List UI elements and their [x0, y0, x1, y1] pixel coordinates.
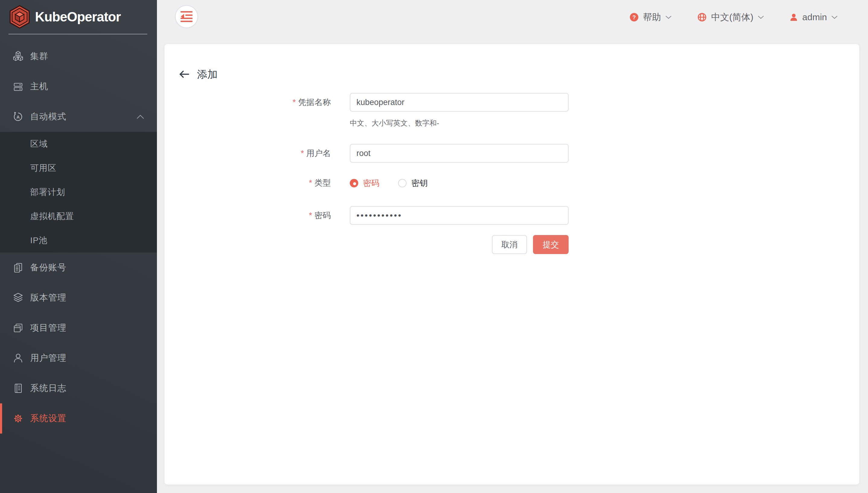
chevron-up-icon [136, 115, 144, 119]
sidebar-item-label: 系统设置 [30, 412, 66, 425]
language-label: 中文(简体) [711, 11, 753, 24]
sidebar-item-label: 用户管理 [30, 352, 66, 364]
required-asterisk: * [293, 98, 296, 107]
sidebar-item-clusters[interactable]: 集群 [0, 41, 157, 71]
username-label: *用户名 [301, 144, 331, 163]
password-label: *密码 [309, 206, 331, 225]
sidebar-item-label: 备份账号 [30, 262, 66, 274]
sidebar-subitem-vm-config[interactable]: 虚拟机配置 [0, 204, 157, 229]
sidebar-subitem-deploy-plan[interactable]: 部署计划 [0, 180, 157, 204]
sidebar-item-label: 项目管理 [30, 322, 66, 334]
submit-button[interactable]: 提交 [533, 235, 569, 254]
topbar-right: ? 帮助 中文(简体) admin [630, 0, 838, 35]
project-icon [12, 322, 24, 334]
svg-text:?: ? [633, 15, 636, 21]
help-label: 帮助 [643, 11, 661, 24]
chevron-down-icon [665, 15, 672, 19]
sidebar-item-user-management[interactable]: 用户管理 [0, 343, 157, 373]
radio-password[interactable]: 密码 [350, 178, 379, 189]
sidebar-subitem-ip-pool[interactable]: IP池 [0, 229, 157, 253]
credential-name-hint: 中文、大小写英文、数字和- [350, 118, 439, 128]
globe-icon [697, 13, 707, 22]
required-asterisk: * [301, 149, 304, 158]
cubes-icon [12, 50, 24, 62]
sidebar-item-label: 自动模式 [30, 111, 66, 123]
auto-mode-submenu: 区域 可用区 部署计划 虚拟机配置 IP池 [0, 132, 157, 253]
sidebar-item-label: 系统日志 [30, 382, 66, 394]
sidebar-item-system-log[interactable]: 系统日志 [0, 373, 157, 403]
chevron-down-icon [758, 15, 764, 19]
user-label: admin [802, 12, 827, 22]
language-dropdown[interactable]: 中文(简体) [697, 11, 764, 24]
app-logo: KubeOperator [8, 0, 147, 35]
person-icon [789, 13, 798, 21]
type-radio-group: 密码 密钥 [350, 174, 428, 192]
topbar: ? 帮助 中文(简体) admin [157, 0, 868, 35]
cancel-button[interactable]: 取消 [492, 235, 527, 254]
app-logo-icon [8, 4, 31, 29]
sidebar-item-system-settings[interactable]: 系统设置 [0, 403, 157, 433]
credential-name-input[interactable] [350, 93, 569, 112]
required-asterisk: * [309, 211, 312, 220]
sidebar-item-label: 集群 [30, 50, 48, 62]
log-icon [12, 382, 24, 394]
sidebar-subitem-region[interactable]: 区域 [0, 132, 157, 156]
user-dropdown[interactable]: admin [789, 12, 838, 22]
sidebar-item-backup-accounts[interactable]: 备份账号 [0, 253, 157, 283]
type-label: *类型 [309, 174, 331, 192]
required-asterisk: * [309, 178, 312, 187]
radio-key[interactable]: 密钥 [398, 178, 428, 189]
user-icon [12, 352, 24, 364]
gear-icon [12, 412, 24, 425]
credential-name-label: *凭据名称 [293, 93, 331, 112]
add-credential-card: 添加 *凭据名称 中文、大小写英文、数字和- *用户名 *类型 密码 密钥 *密… [165, 44, 859, 485]
server-icon [12, 81, 24, 93]
svg-text:A: A [17, 114, 20, 120]
layers-icon [12, 292, 24, 304]
radio-selected-icon [350, 179, 358, 187]
chevron-down-icon [831, 15, 838, 19]
sidebar-nav: 集群 主机 A 自动模式 区域 可用区 部署计划 [0, 35, 157, 433]
help-dropdown[interactable]: ? 帮助 [630, 11, 672, 24]
page-title: 添加 [197, 67, 218, 82]
radio-unselected-icon [398, 179, 406, 187]
sidebar-item-auto-mode[interactable]: A 自动模式 [0, 102, 157, 132]
username-input[interactable] [350, 144, 569, 163]
collapse-sidebar-button[interactable] [175, 5, 198, 28]
sidebar-subitem-zone[interactable]: 可用区 [0, 156, 157, 180]
password-input[interactable] [350, 206, 569, 225]
sidebar-item-label: 版本管理 [30, 292, 66, 304]
sidebar-item-label: 主机 [30, 81, 48, 93]
auto-mode-icon: A [12, 111, 24, 123]
sidebar: KubeOperator 集群 主机 A [0, 0, 157, 493]
copy-icon [12, 262, 24, 274]
sidebar-item-project-management[interactable]: 项目管理 [0, 313, 157, 343]
sidebar-item-version-management[interactable]: 版本管理 [0, 283, 157, 313]
help-icon: ? [630, 13, 639, 22]
app-title: KubeOperator [35, 9, 121, 24]
sidebar-item-hosts[interactable]: 主机 [0, 71, 157, 102]
collapse-menu-icon [181, 11, 193, 22]
back-arrow-icon[interactable] [179, 70, 190, 79]
